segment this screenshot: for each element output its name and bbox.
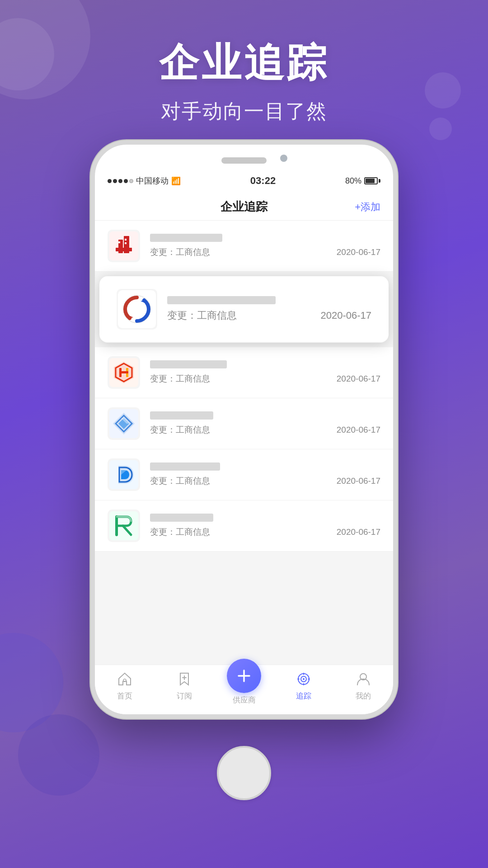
signal-dot-5 [129, 179, 133, 183]
tab-supplier-label: 供应商 [233, 695, 256, 705]
company-logo-6 [108, 509, 140, 542]
tab-track-label: 追踪 [296, 691, 311, 701]
content-area: 变更：工商信息 2020-06-17 [95, 221, 393, 675]
svg-rect-3 [116, 248, 132, 251]
company-name-5 [150, 462, 380, 471]
company-logo-3 [108, 356, 140, 389]
phone-speaker [221, 157, 267, 164]
name-blur-3 [150, 360, 227, 368]
sub-title: 对手动向一目了然 [0, 98, 488, 125]
person-icon [354, 670, 373, 689]
main-title: 企业追踪 [0, 36, 488, 90]
list-item-3[interactable]: 变更：工商信息 2020-06-17 [95, 347, 393, 398]
tab-subscribe-label: 订阅 [177, 691, 192, 701]
change-date-5: 2020-06-17 [337, 476, 380, 486]
add-button[interactable]: +添加 [355, 200, 380, 214]
list-item-5[interactable]: 变更：工商信息 2020-06-17 [95, 449, 393, 500]
svg-rect-4 [118, 241, 120, 243]
list-item[interactable]: 变更：工商信息 2020-06-17 [95, 221, 393, 272]
signal-dots [108, 179, 133, 183]
tab-subscribe[interactable]: 订阅 [155, 670, 214, 701]
item-meta-6: 变更：工商信息 2020-06-17 [150, 526, 380, 538]
list-item-highlighted[interactable]: 变更：工商信息 2020-06-17 [99, 276, 389, 343]
change-date-6: 2020-06-17 [337, 527, 380, 537]
item-meta-3: 变更：工商信息 2020-06-17 [150, 373, 380, 385]
item-info-2: 变更：工商信息 2020-06-17 [167, 296, 371, 322]
change-label-3: 变更：工商信息 [150, 373, 210, 385]
battery-tip [379, 179, 380, 183]
status-bar: 中国移动 📶 03:22 80% [95, 171, 393, 191]
name-blur-6 [150, 514, 213, 522]
tab-mine-label: 我的 [356, 691, 371, 701]
item-info-3: 变更：工商信息 2020-06-17 [150, 360, 380, 385]
item-meta-5: 变更：工商信息 2020-06-17 [150, 475, 380, 487]
home-button [217, 746, 271, 800]
svg-rect-14 [119, 371, 128, 373]
tab-mine[interactable]: 我的 [333, 670, 393, 701]
signal-dot-3 [118, 179, 122, 183]
tab-supplier[interactable]: 供应商 [214, 659, 274, 705]
tab-home[interactable]: 首页 [95, 670, 155, 701]
company-name-2 [167, 296, 371, 304]
name-blur-5 [150, 462, 220, 471]
status-left: 中国移动 📶 [108, 175, 181, 186]
bookmark-icon [175, 670, 194, 689]
supplier-plus-button[interactable] [227, 659, 261, 693]
svg-rect-6 [125, 242, 127, 244]
company-logo-1 [108, 230, 140, 262]
status-time: 03:22 [250, 175, 276, 187]
list-item-4[interactable]: 变更：工商信息 2020-06-17 [95, 398, 393, 449]
name-blur-4 [150, 411, 213, 420]
company-logo-2 [117, 289, 157, 330]
phone-frame: 中国移动 📶 03:22 80% 企业追踪 +添加 [90, 140, 398, 719]
change-date-2: 2020-06-17 [320, 310, 371, 321]
company-name-3 [150, 360, 380, 368]
carrier-label: 中国移动 [136, 175, 169, 186]
item-info-4: 变更：工商信息 2020-06-17 [150, 411, 380, 436]
tab-home-label: 首页 [117, 691, 132, 701]
change-label-6: 变更：工商信息 [150, 526, 210, 538]
change-label-2: 变更：工商信息 [167, 309, 237, 322]
header-section: 企业追踪 对手动向一目了然 [0, 36, 488, 125]
name-blur-1 [150, 234, 222, 242]
item-info-6: 变更：工商信息 2020-06-17 [150, 514, 380, 538]
item-meta-4: 变更：工商信息 2020-06-17 [150, 424, 380, 436]
item-meta-2: 变更：工商信息 2020-06-17 [167, 309, 371, 322]
home-icon [115, 670, 134, 689]
change-date-3: 2020-06-17 [337, 374, 380, 384]
change-date-1: 2020-06-17 [337, 247, 380, 257]
change-label-5: 变更：工商信息 [150, 475, 210, 487]
phone-camera [280, 155, 287, 162]
company-name-6 [150, 514, 380, 522]
list-item-6[interactable]: 变更：工商信息 2020-06-17 [95, 500, 393, 552]
change-date-4: 2020-06-17 [337, 425, 380, 435]
company-name-4 [150, 411, 380, 420]
company-name-1 [150, 234, 380, 242]
item-meta-1: 变更：工商信息 2020-06-17 [150, 246, 380, 258]
signal-dot-4 [124, 179, 128, 183]
name-blur-2 [167, 296, 276, 304]
battery-percent: 80% [345, 176, 361, 186]
app-nav-bar: 企业追踪 +添加 [95, 193, 393, 221]
status-right: 80% [345, 176, 380, 186]
company-logo-4 [108, 407, 140, 440]
bg-decoration-6 [18, 714, 99, 796]
tab-track[interactable]: 追踪 [274, 670, 333, 701]
change-label-1: 变更：工商信息 [150, 246, 210, 258]
signal-dot-1 [108, 179, 112, 183]
change-label-4: 变更：工商信息 [150, 424, 210, 436]
battery-icon [364, 177, 380, 184]
item-info-5: 变更：工商信息 2020-06-17 [150, 462, 380, 487]
track-icon [294, 670, 313, 689]
svg-point-29 [303, 678, 305, 680]
phone-inner: 中国移动 📶 03:22 80% 企业追踪 +添加 [95, 145, 393, 714]
phone-mockup: 中国移动 📶 03:22 80% 企业追踪 +添加 [90, 140, 398, 764]
nav-title: 企业追踪 [95, 199, 393, 215]
signal-dot-2 [113, 179, 117, 183]
svg-rect-5 [125, 239, 127, 241]
battery-body [364, 177, 378, 184]
item-info-1: 变更：工商信息 2020-06-17 [150, 234, 380, 258]
battery-fill [366, 179, 375, 183]
tab-bar: 首页 订阅 [95, 665, 393, 714]
wifi-icon: 📶 [171, 176, 181, 186]
